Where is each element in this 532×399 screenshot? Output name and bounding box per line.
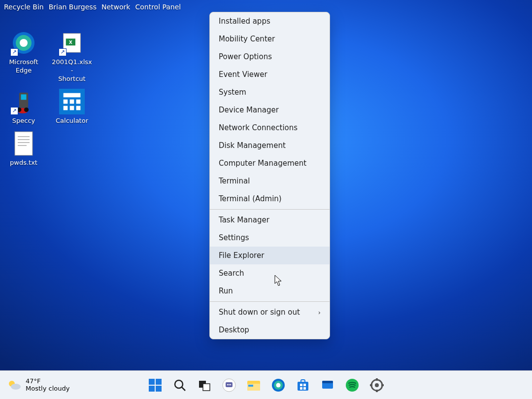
menu-event-viewer[interactable]: Event Viewer [210, 66, 330, 83]
windows-logo-icon [149, 379, 162, 392]
microsoft-edge-icon [271, 378, 285, 392]
desktop-label-control-panel[interactable]: Control Panel [135, 3, 181, 11]
taskbar-microsoft-store[interactable] [296, 378, 310, 392]
svg-line-31 [182, 387, 185, 391]
desktop-icon-xlsx-shortcut[interactable]: X 2001Q1.xlsx - Shortcut [52, 30, 92, 83]
svg-rect-26 [149, 379, 155, 385]
svg-rect-59 [381, 384, 384, 386]
shortcut-arrow-icon [59, 48, 66, 56]
svg-point-38 [230, 384, 231, 385]
taskbar-search[interactable] [173, 378, 187, 392]
menu-separator [210, 209, 330, 210]
menu-task-manager[interactable]: Task Manager [210, 211, 330, 229]
file-explorer-icon [247, 379, 261, 392]
svg-text:X: X [69, 40, 72, 45]
taskbar-spotify[interactable] [345, 378, 359, 392]
svg-rect-29 [156, 386, 162, 392]
desktop-icon-speccy[interactable]: Speccy [4, 88, 43, 125]
chevron-right-icon: › [318, 309, 321, 316]
excel-file-icon: X [59, 30, 85, 56]
menu-file-explorer[interactable]: File Explorer [210, 247, 330, 264]
taskbar-edge[interactable] [271, 378, 285, 392]
shortcut-arrow-icon [10, 48, 18, 56]
gear-icon [370, 378, 384, 392]
svg-rect-49 [300, 387, 302, 390]
menu-network-connections[interactable]: Network Connections [210, 119, 330, 137]
menu-run[interactable]: Run [210, 282, 330, 300]
svg-point-10 [24, 108, 29, 112]
shortcut-arrow-icon [10, 107, 18, 115]
svg-rect-52 [322, 381, 333, 383]
start-button[interactable] [148, 378, 162, 392]
taskbar-center [148, 378, 384, 392]
svg-rect-15 [76, 99, 81, 104]
menu-terminal[interactable]: Terminal [210, 172, 330, 190]
desktop-label-user-folder[interactable]: Brian Burgess [49, 3, 97, 11]
icon-label: pwds.txt [10, 159, 37, 167]
svg-rect-48 [303, 384, 306, 386]
menu-installed-apps[interactable]: Installed apps [210, 12, 330, 30]
taskbar-file-explorer[interactable] [247, 378, 261, 392]
svg-rect-12 [64, 93, 81, 97]
taskbar-settings[interactable] [370, 378, 384, 392]
weather-icon [7, 378, 22, 393]
menu-shut-down-or-sign-out[interactable]: Shut down or sign out › [210, 303, 330, 321]
menu-label: Shut down or sign out [219, 308, 300, 317]
menu-search[interactable]: Search [210, 264, 330, 282]
icon-label: Microsoft Edge [9, 58, 38, 75]
menu-computer-management[interactable]: Computer Management [210, 154, 330, 172]
store-icon [297, 379, 309, 392]
menu-system[interactable]: System [210, 83, 330, 101]
svg-point-53 [346, 379, 359, 392]
desktop-label-recycle-bin[interactable]: Recycle Bin [4, 3, 44, 11]
svg-rect-47 [300, 384, 302, 386]
svg-rect-17 [70, 106, 74, 110]
menu-device-manager[interactable]: Device Manager [210, 101, 330, 119]
winx-menu: Installed apps Mobility Center Power Opt… [209, 12, 330, 339]
svg-rect-14 [70, 99, 74, 104]
spotify-icon [345, 378, 359, 392]
desktop-label-network[interactable]: Network [101, 3, 130, 11]
calculator-icon [59, 88, 85, 115]
speccy-icon [10, 88, 37, 115]
svg-rect-46 [301, 380, 305, 383]
svg-rect-56 [376, 378, 378, 381]
weather-widget[interactable]: 47°F Mostly cloudy [0, 378, 69, 393]
menu-separator [210, 301, 330, 302]
menu-desktop[interactable]: Desktop [210, 321, 330, 339]
desktop-icons-area: Microsoft Edge X 2001Q1.xlsx - Shortcut … [0, 30, 92, 167]
menu-mobility-center[interactable]: Mobility Center [210, 30, 330, 48]
svg-rect-50 [303, 387, 306, 390]
menu-disk-management[interactable]: Disk Management [210, 137, 330, 154]
svg-rect-16 [64, 106, 68, 110]
svg-rect-18 [76, 106, 81, 110]
taskbar: 47°F Mostly cloudy [0, 370, 532, 399]
svg-point-25 [11, 384, 21, 390]
icon-label: Speccy [12, 117, 35, 125]
menu-power-options[interactable]: Power Options [210, 48, 330, 66]
menu-terminal-admin[interactable]: Terminal (Admin) [210, 190, 330, 208]
taskbar-app-generic[interactable] [321, 378, 334, 392]
svg-point-55 [375, 383, 379, 387]
microsoft-edge-icon [10, 30, 37, 56]
svg-rect-13 [64, 99, 68, 104]
menu-settings[interactable]: Settings [210, 229, 330, 247]
desktop-icon-pwds-txt[interactable]: pwds.txt [4, 130, 43, 167]
svg-rect-19 [15, 132, 33, 155]
svg-point-2 [20, 39, 28, 47]
desktop-icon-edge[interactable]: Microsoft Edge [4, 30, 43, 75]
icon-label: Calculator [56, 117, 88, 125]
taskview-icon [198, 379, 211, 392]
taskbar-chat[interactable] [222, 378, 236, 392]
text-file-icon [10, 130, 37, 157]
svg-rect-27 [156, 379, 162, 385]
taskbar-taskview[interactable] [198, 378, 211, 392]
svg-rect-58 [370, 384, 372, 386]
search-icon [173, 379, 186, 392]
svg-rect-7 [21, 94, 27, 100]
desktop-icon-calculator[interactable]: Calculator [52, 88, 92, 125]
weather-temp: 47°F [26, 378, 69, 385]
svg-point-44 [276, 383, 281, 387]
svg-rect-41 [248, 385, 253, 387]
svg-rect-28 [149, 386, 155, 392]
